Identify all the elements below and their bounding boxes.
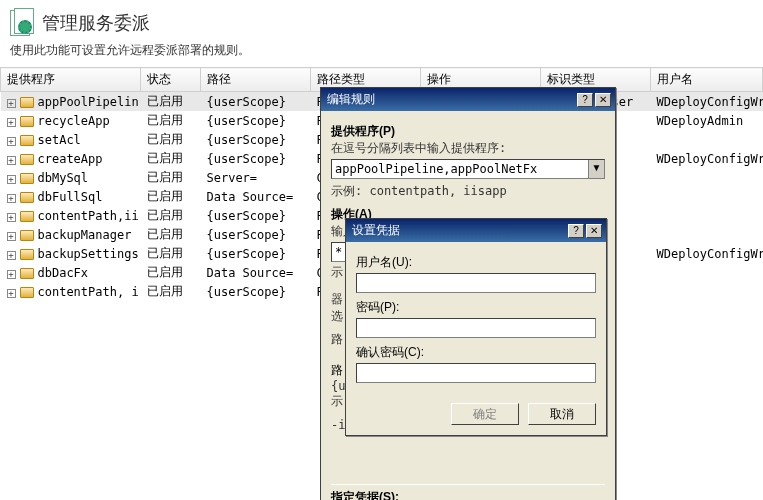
cell-path: Data Source=: [201, 263, 311, 282]
folder-icon: [20, 135, 34, 146]
cell-state: 已启用: [141, 168, 201, 187]
cell-state: 已启用: [141, 149, 201, 168]
expand-icon[interactable]: +: [7, 156, 16, 165]
cell-provider: +dbMySql: [1, 168, 141, 187]
folder-icon: [20, 211, 34, 222]
cell-state: 已启用: [141, 206, 201, 225]
cell-user: WDeployConfigWriter: [651, 244, 763, 263]
cell-user: [651, 225, 763, 244]
cell-state: 已启用: [141, 282, 201, 301]
help-icon[interactable]: ?: [568, 224, 584, 238]
password-label: 密码(P):: [356, 299, 596, 301]
close-icon[interactable]: ✕: [586, 224, 602, 238]
cell-path: Server=: [201, 168, 311, 187]
col-user[interactable]: 用户名: [651, 68, 763, 92]
cell-provider: +dbDacFx: [1, 263, 141, 282]
provider-input[interactable]: [331, 159, 605, 179]
provider-combo[interactable]: ▼: [331, 159, 605, 179]
chevron-down-icon[interactable]: ▼: [588, 160, 604, 178]
expand-icon[interactable]: +: [7, 213, 16, 222]
folder-icon: [20, 173, 34, 184]
cell-user: [651, 282, 763, 301]
cell-provider: +recycleApp: [1, 111, 141, 130]
set-credentials-dialog: 设置凭据 ? ✕ 用户名(U): 密码(P): 确认密码(C): 确定 取消: [345, 218, 607, 301]
cell-provider: +createApp: [1, 149, 141, 168]
cell-state: 已启用: [141, 111, 201, 130]
cell-state: 已启用: [141, 130, 201, 149]
cell-path: Data Source=: [201, 187, 311, 206]
cell-provider: +contentPath,ii...: [1, 206, 141, 225]
cell-path: {userScope}: [201, 244, 311, 263]
cell-state: 已启用: [141, 187, 201, 206]
cell-user: WDeployAdmin: [651, 111, 763, 130]
expand-icon[interactable]: +: [7, 175, 16, 184]
provider-group-label: 提供程序(P): [331, 123, 605, 140]
folder-icon: [20, 192, 34, 203]
provider-example: 示例: contentpath, iisapp: [331, 183, 605, 200]
close-icon[interactable]: ✕: [595, 93, 611, 107]
cell-path: {userScope}: [201, 282, 311, 301]
folder-icon: [20, 97, 34, 108]
cell-path: {userScope}: [201, 130, 311, 149]
cell-state: 已启用: [141, 92, 201, 112]
provider-hint: 在逗号分隔列表中输入提供程序:: [331, 140, 605, 157]
cell-state: 已启用: [141, 263, 201, 282]
col-provider[interactable]: 提供程序: [1, 68, 141, 92]
edit-rule-titlebar[interactable]: 编辑规则 ? ✕: [321, 88, 615, 111]
page-subtitle: 使用此功能可设置允许远程委派部署的规则。: [0, 40, 763, 67]
folder-icon: [20, 268, 34, 279]
delegation-icon: [10, 8, 34, 38]
cell-provider: +backupManager: [1, 225, 141, 244]
username-label: 用户名(U):: [356, 254, 596, 271]
expand-icon[interactable]: +: [7, 251, 16, 260]
cell-provider: +backupSettings: [1, 244, 141, 263]
cell-user: [651, 263, 763, 282]
cell-user: [651, 187, 763, 206]
cell-path: {userScope}: [201, 92, 311, 112]
cell-user: WDeployConfigWriter: [651, 149, 763, 168]
cell-provider: +contentPath, i...: [1, 282, 141, 301]
col-path[interactable]: 路径: [201, 68, 311, 92]
cell-provider: +dbFullSql: [1, 187, 141, 206]
folder-icon: [20, 116, 34, 127]
folder-icon: [20, 230, 34, 241]
expand-icon[interactable]: +: [7, 270, 16, 279]
expand-icon[interactable]: +: [7, 232, 16, 241]
expand-icon[interactable]: +: [7, 194, 16, 203]
cell-provider: +appPoolPipelin...: [1, 92, 141, 112]
cell-path: {userScope}: [201, 111, 311, 130]
cell-path: {userScope}: [201, 149, 311, 168]
expand-icon[interactable]: +: [7, 137, 16, 146]
page-title: 管理服务委派: [42, 11, 150, 35]
cell-user: WDeployConfigWriter: [651, 92, 763, 112]
creds-titlebar[interactable]: 设置凭据 ? ✕: [346, 219, 606, 242]
help-icon[interactable]: ?: [577, 93, 593, 107]
folder-icon: [20, 287, 34, 298]
cell-provider: +setAcl: [1, 130, 141, 149]
col-state[interactable]: 状态: [141, 68, 201, 92]
expand-icon[interactable]: +: [7, 289, 16, 298]
cell-user: [651, 130, 763, 149]
cell-state: 已启用: [141, 244, 201, 263]
creds-title: 设置凭据: [352, 222, 400, 239]
folder-icon: [20, 154, 34, 165]
username-input[interactable]: [356, 273, 596, 293]
edit-rule-title: 编辑规则: [327, 91, 375, 108]
expand-icon[interactable]: +: [7, 118, 16, 127]
cell-user: [651, 206, 763, 225]
cell-path: {userScope}: [201, 225, 311, 244]
cell-state: 已启用: [141, 225, 201, 244]
cell-path: {userScope}: [201, 206, 311, 225]
cell-user: [651, 168, 763, 187]
folder-icon: [20, 249, 34, 260]
page-header: 管理服务委派: [0, 0, 763, 40]
expand-icon[interactable]: +: [7, 99, 16, 108]
